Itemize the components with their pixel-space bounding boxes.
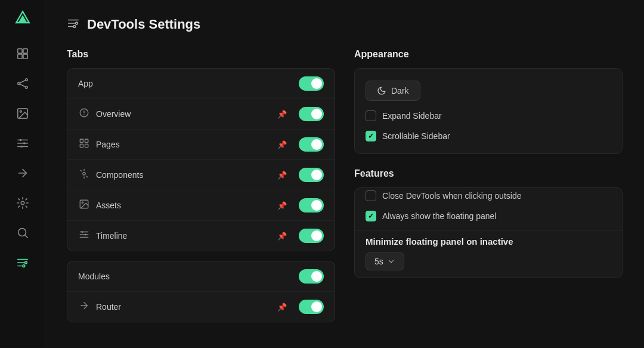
- tabs-section: Tabs App Overview 📌: [67, 49, 335, 251]
- timeline-row-icon: [78, 229, 90, 242]
- svg-point-39: [82, 231, 83, 233]
- sidebar-item-components[interactable]: [8, 41, 37, 67]
- tab-app-label: App: [78, 79, 293, 88]
- svg-point-17: [23, 142, 25, 144]
- features-section-title: Features: [354, 168, 623, 179]
- svg-point-18: [20, 146, 23, 148]
- tab-assets-label: Assets: [96, 201, 271, 210]
- tab-components-pin[interactable]: 📌: [277, 171, 287, 180]
- appearance-section-title: Appearance: [354, 49, 623, 60]
- modules-label: Modules: [78, 272, 293, 281]
- tab-assets-toggle[interactable]: [299, 198, 324, 213]
- tab-timeline-toggle[interactable]: [299, 229, 324, 243]
- page-title: DevTools Settings: [87, 17, 200, 32]
- svg-point-19: [21, 201, 24, 205]
- appearance-section: Appearance Dark Expand Sidebar Scrollabl…: [354, 49, 623, 154]
- minimize-label: Minimize floating panel on inactive: [366, 236, 611, 247]
- tab-router-pin[interactable]: 📌: [277, 303, 287, 312]
- scrollable-sidebar-label: Scrollable Sidebar: [382, 131, 450, 141]
- tab-overview-pin[interactable]: 📌: [277, 110, 287, 119]
- tab-pages-pin[interactable]: 📌: [277, 140, 287, 149]
- sidebar-item-settings[interactable]: [8, 250, 37, 276]
- minimize-dropdown-value: 5s: [374, 257, 383, 266]
- tab-components-toggle[interactable]: [299, 168, 324, 182]
- svg-rect-3: [23, 49, 27, 53]
- modules-header-row: Modules: [67, 261, 335, 292]
- tab-row-assets: Assets 📌: [67, 190, 335, 221]
- svg-line-21: [25, 235, 27, 238]
- minimize-dropdown[interactable]: 5s: [366, 252, 404, 270]
- tab-app-toggle[interactable]: [299, 76, 324, 91]
- expand-sidebar-checkbox[interactable]: [366, 110, 376, 121]
- content-grid: Tabs App Overview 📌: [67, 49, 623, 322]
- features-section: Features Close DevTools when clicking ou…: [354, 168, 623, 278]
- svg-point-24: [76, 22, 78, 24]
- tabs-section-title: Tabs: [67, 49, 335, 60]
- minimize-section: Minimize floating panel on inactive 5s: [355, 236, 622, 270]
- sidebar-item-graph[interactable]: [8, 70, 37, 97]
- pages-icon: [78, 138, 90, 151]
- tab-timeline-label: Timeline: [96, 231, 271, 241]
- assets-row-icon: [78, 199, 90, 212]
- left-column: Tabs App Overview 📌: [67, 49, 335, 322]
- close-devtools-label: Close DevTools when clicking outside: [382, 191, 521, 201]
- tab-pages-toggle[interactable]: [299, 137, 324, 152]
- scrollable-sidebar-checkbox[interactable]: [366, 131, 376, 141]
- expand-sidebar-row: Expand Sidebar: [355, 110, 622, 126]
- tabs-card: App Overview 📌: [67, 68, 335, 251]
- svg-rect-30: [85, 139, 88, 142]
- sidebar: [0, 0, 45, 348]
- tab-assets-pin[interactable]: 📌: [277, 201, 287, 210]
- features-divider: [355, 230, 622, 230]
- tab-row-app: App: [67, 69, 335, 99]
- modules-section: Modules Router 📌: [67, 261, 335, 322]
- tab-row-router: Router 📌: [67, 292, 335, 322]
- sidebar-item-vuex[interactable]: [8, 190, 37, 216]
- overview-icon: [78, 107, 90, 121]
- always-show-panel-checkbox[interactable]: [366, 211, 376, 221]
- svg-point-33: [83, 173, 86, 175]
- theme-label: Dark: [391, 86, 409, 96]
- close-devtools-checkbox[interactable]: [366, 190, 376, 201]
- theme-button[interactable]: Dark: [366, 81, 420, 101]
- scrollable-sidebar-row: Scrollable Sidebar: [355, 126, 622, 146]
- svg-rect-2: [17, 49, 21, 53]
- modules-card: Modules Router 📌: [67, 261, 335, 322]
- svg-point-25: [73, 26, 76, 28]
- page-header: DevTools Settings: [67, 17, 623, 32]
- always-show-panel-row: Always show the floating panel: [355, 206, 622, 226]
- tab-row-pages: Pages 📌: [67, 130, 335, 160]
- svg-point-35: [82, 202, 83, 203]
- svg-point-20: [18, 229, 26, 236]
- svg-point-40: [85, 234, 86, 236]
- expand-sidebar-label: Expand Sidebar: [382, 111, 442, 121]
- svg-rect-31: [80, 144, 83, 147]
- sidebar-item-search[interactable]: [8, 220, 37, 246]
- svg-point-22: [24, 261, 27, 264]
- tab-router-toggle[interactable]: [299, 300, 324, 314]
- always-show-panel-label: Always show the floating panel: [382, 211, 496, 221]
- modules-toggle[interactable]: [299, 269, 324, 284]
- sidebar-item-timeline[interactable]: [8, 130, 37, 156]
- router-row-icon: [78, 300, 90, 313]
- svg-point-12: [20, 110, 21, 112]
- tab-pages-label: Pages: [96, 140, 271, 149]
- tab-overview-toggle[interactable]: [299, 107, 324, 121]
- sidebar-item-router[interactable]: [8, 160, 37, 186]
- tab-row-timeline: Timeline 📌: [67, 221, 335, 251]
- svg-line-9: [20, 81, 25, 84]
- svg-point-23: [23, 265, 25, 267]
- sidebar-item-assets[interactable]: [8, 100, 37, 127]
- tab-overview-label: Overview: [96, 109, 271, 119]
- tab-timeline-pin[interactable]: 📌: [277, 232, 287, 241]
- tab-router-label: Router: [96, 302, 271, 312]
- svg-rect-4: [17, 54, 21, 58]
- settings-header-icon: [67, 17, 80, 32]
- right-column: Appearance Dark Expand Sidebar Scrollabl…: [354, 49, 623, 322]
- svg-rect-5: [23, 54, 27, 58]
- main-content: DevTools Settings Tabs App: [45, 0, 644, 348]
- components-row-icon: [78, 168, 90, 181]
- tab-row-overview: Overview 📌: [67, 99, 335, 130]
- close-devtools-row: Close DevTools when clicking outside: [355, 190, 622, 206]
- tab-row-components: Components 📌: [67, 160, 335, 190]
